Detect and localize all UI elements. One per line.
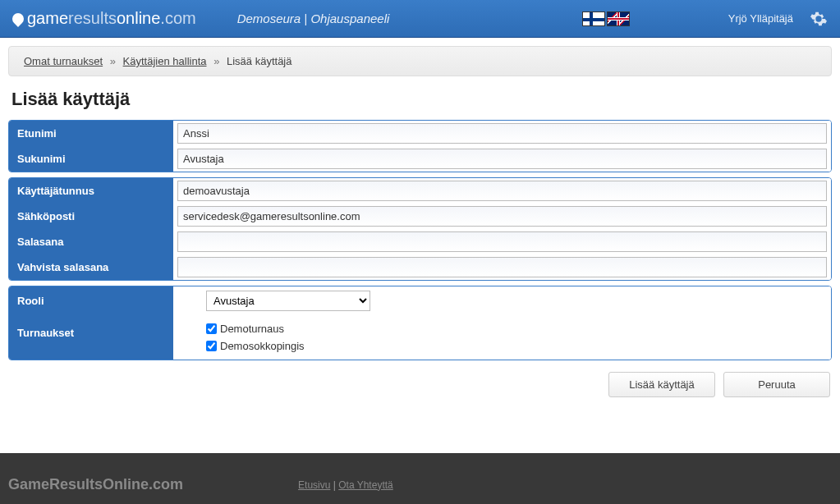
- breadcrumb: Omat turnaukset » Käyttäjien hallinta » …: [8, 46, 832, 76]
- select-role[interactable]: Avustaja: [206, 291, 370, 311]
- label-email: Sähköposti: [9, 204, 173, 229]
- footer-title: GameResultsOnline.com: [8, 476, 183, 493]
- language-flags: [582, 11, 630, 26]
- current-user[interactable]: Yrjö Ylläpitäjä: [728, 12, 793, 25]
- input-username[interactable]: [177, 181, 827, 201]
- label-firstname: Etunimi: [9, 121, 173, 146]
- checkbox-label-tournament-1: Demosokkopingis: [220, 340, 305, 352]
- form-group-role: Rooli Avustaja Turnaukset Demoturnaus De…: [8, 286, 832, 360]
- logo[interactable]: gameresultsonline.com: [27, 9, 196, 28]
- label-username: Käyttäjätunnus: [9, 178, 173, 204]
- breadcrumb-link-users[interactable]: Käyttäjien hallinta: [123, 55, 207, 67]
- breadcrumb-link-tournaments[interactable]: Omat turnaukset: [24, 55, 103, 67]
- logo-part-2: results: [68, 9, 117, 27]
- breadcrumb-sep: »: [213, 55, 219, 67]
- footer-link-home[interactable]: Etusivu: [298, 479, 330, 491]
- logo-part-4: .com: [160, 9, 195, 27]
- cancel-button[interactable]: Peruuta: [723, 372, 830, 397]
- input-firstname[interactable]: [177, 123, 827, 144]
- footer-sep: |: [330, 479, 338, 491]
- input-password[interactable]: [177, 231, 827, 252]
- checkbox-tournament-0[interactable]: [206, 323, 217, 334]
- footer-links: Etusivu | Ota Yhteyttä: [298, 479, 393, 491]
- form-group-name: Etunimi Sukunimi: [8, 120, 832, 172]
- input-password-confirm[interactable]: [177, 257, 827, 277]
- footer-link-contact[interactable]: Ota Yhteyttä: [338, 479, 393, 491]
- flag-uk-icon[interactable]: [607, 11, 630, 26]
- checkbox-tournament-1[interactable]: [206, 341, 217, 351]
- input-lastname[interactable]: [177, 149, 827, 169]
- label-role: Rooli: [9, 286, 173, 315]
- header-subtitle: Demoseura | Ohjauspaneeli: [237, 11, 390, 25]
- submit-button[interactable]: Lisää käyttäjä: [608, 372, 715, 397]
- label-lastname: Sukunimi: [9, 146, 173, 172]
- tournament-checkbox-list: Demoturnaus Demosokkopingis: [206, 318, 305, 356]
- form-buttons: Lisää käyttäjä Peruuta: [8, 365, 832, 404]
- form-group-account: Käyttäjätunnus Sähköposti Salasana Vahvi…: [8, 177, 832, 281]
- breadcrumb-current: Lisää käyttäjä: [227, 55, 292, 67]
- main-content: Omat turnaukset » Käyttäjien hallinta » …: [0, 38, 840, 428]
- logo-part-3: online: [117, 9, 160, 27]
- logo-part-1: game: [27, 9, 68, 27]
- label-password: Salasana: [9, 229, 173, 254]
- input-email[interactable]: [177, 206, 827, 227]
- checkbox-label-tournament-0: Demoturnaus: [220, 323, 284, 335]
- logo-icon: [10, 11, 26, 27]
- footer: GameResultsOnline.com Etusivu | Ota Yhte…: [0, 453, 840, 504]
- flag-finland-icon[interactable]: [582, 11, 605, 26]
- breadcrumb-sep: »: [110, 55, 116, 67]
- page-title: Lisää käyttäjä: [11, 89, 832, 110]
- label-password-confirm: Vahvista salasana: [9, 254, 173, 280]
- label-tournaments: Turnaukset: [9, 315, 173, 360]
- app-header: gameresultsonline.com Demoseura | Ohjaus…: [0, 0, 840, 38]
- gear-icon[interactable]: [810, 10, 828, 28]
